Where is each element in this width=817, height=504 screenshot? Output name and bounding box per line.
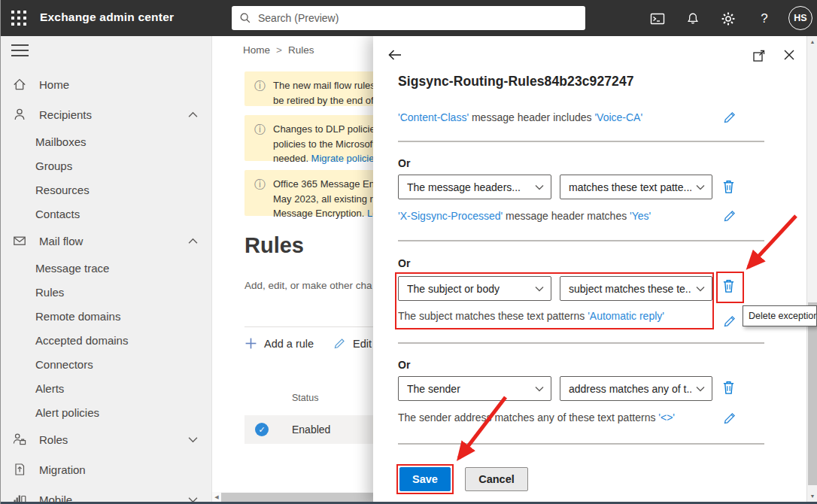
command-bar: Add a rule Edit xyxy=(244,337,372,350)
scroll-down-icon[interactable]: ▼ xyxy=(807,490,817,502)
scroll-up-icon[interactable]: ▲ xyxy=(807,36,817,47)
sidebar-item-mail-flow[interactable]: Mail flow xyxy=(1,226,211,256)
close-icon[interactable] xyxy=(783,49,795,61)
exception-operator-dropdown[interactable]: address matches any of t... xyxy=(560,376,712,401)
migrate-policies-link[interactable]: Migrate policies xyxy=(311,153,379,164)
exception-summary: The subject matches these text patterns … xyxy=(398,310,664,322)
plus-icon xyxy=(244,337,257,350)
banner-line: Changes to DLP policies i xyxy=(273,122,385,137)
chevron-down-icon xyxy=(696,386,705,392)
sidebar-item-message-trace[interactable]: Message trace xyxy=(1,256,211,280)
edit-pencil-icon[interactable] xyxy=(723,111,737,124)
sidebar-item-label: Migration xyxy=(39,463,86,476)
sidebar-item-connectors[interactable]: Connectors xyxy=(1,352,211,376)
exchange-admin-window: Exchange admin center ? HS HomeRecipient… xyxy=(0,0,817,504)
sidebar-item-label: Alert policies xyxy=(35,406,99,419)
info-icon: ⓘ xyxy=(254,122,266,154)
edit-pencil-icon xyxy=(333,337,346,350)
sidebar-item-alert-policies[interactable]: Alert policies xyxy=(1,400,211,424)
sidebar-item-mailboxes[interactable]: Mailboxes xyxy=(1,129,211,153)
exception-property-dropdown[interactable]: The subject or body xyxy=(398,276,551,301)
app-launcher-icon[interactable] xyxy=(8,8,29,29)
status-column-header: Status xyxy=(292,393,318,403)
sidebar-item-rules[interactable]: Rules xyxy=(1,280,211,304)
search-input[interactable] xyxy=(258,12,578,24)
or-label: Or xyxy=(398,359,410,371)
search-box[interactable] xyxy=(232,6,585,30)
exception-operator-dropdown[interactable]: subject matches these te... xyxy=(560,276,712,301)
breadcrumb-home-link[interactable]: Home xyxy=(243,44,270,56)
sidebar-item-alerts[interactable]: Alerts xyxy=(1,376,211,400)
sidebar-item-label: Connectors xyxy=(35,358,93,371)
sidebar-item-label: Remote domains xyxy=(35,310,120,323)
condition-summary: 'X-Sigsync-Processed' message header mat… xyxy=(398,210,651,222)
page-subtitle: Add, edit, or make other cha xyxy=(244,280,372,291)
mail-icon xyxy=(12,233,27,248)
rule-status: Enabled xyxy=(292,424,330,436)
chevron-down-icon xyxy=(696,286,705,292)
flyout-title: Sigsync-Routing-Rules84b23c927247 xyxy=(398,74,634,90)
sidebar-item-migration[interactable]: Migration xyxy=(1,454,211,484)
banner-line: be retired by the end of J xyxy=(273,93,385,108)
sidebar-item-label: Home xyxy=(39,78,69,91)
sidebar-item-resources[interactable]: Resources xyxy=(1,178,211,202)
delete-trash-icon[interactable] xyxy=(721,179,736,195)
exception-summary: The sender address matches any of these … xyxy=(398,411,675,424)
delete-exception-tooltip: Delete exception xyxy=(743,305,817,326)
info-icon: ⓘ xyxy=(254,177,266,209)
chevron-down-icon xyxy=(535,386,544,392)
banner-line: Message Encryption. Lea xyxy=(273,206,387,221)
sidebar-item-label: Rules xyxy=(35,286,64,299)
sidebar-item-label: Roles xyxy=(39,433,68,446)
scroll-left-icon[interactable]: ◀ xyxy=(212,494,221,500)
settings-gear-icon[interactable] xyxy=(720,11,737,27)
condition-summary: 'Content-Class' message header includes … xyxy=(398,111,642,123)
notifications-bell-icon[interactable] xyxy=(685,11,701,27)
save-button[interactable]: Save xyxy=(399,467,451,491)
sidebar-item-groups[interactable]: Groups xyxy=(1,153,211,178)
delete-trash-icon[interactable] xyxy=(721,380,736,396)
sidebar-item-remote-domains[interactable]: Remote domains xyxy=(1,304,211,328)
condition-operator-dropdown[interactable]: matches these text patte... xyxy=(560,175,712,199)
collapse-menu-icon[interactable] xyxy=(11,44,29,56)
exception-property-dropdown[interactable]: The sender xyxy=(398,376,551,401)
info-icon: ⓘ xyxy=(254,78,266,99)
chevron-down-icon xyxy=(535,286,544,292)
sidebar-item-label: Message trace xyxy=(35,262,109,275)
left-navigation: HomeRecipientsMailboxesGroupsResourcesCo… xyxy=(1,36,212,504)
breadcrumb-separator: > xyxy=(276,44,282,56)
edit-button[interactable]: Edit xyxy=(333,337,372,350)
enabled-check-icon: ✓ xyxy=(255,423,269,436)
cloud-shell-icon[interactable] xyxy=(649,11,666,27)
sidebar-item-label: Groups xyxy=(35,159,72,172)
sidebar-item-roles[interactable]: Roles xyxy=(1,424,211,454)
sidebar-item-contacts[interactable]: Contacts xyxy=(1,202,211,226)
edit-pencil-icon[interactable] xyxy=(723,411,737,425)
sidebar-nav: HomeRecipientsMailboxesGroupsResourcesCo… xyxy=(1,69,211,504)
banner-line: needed. Migrate policies | xyxy=(273,151,385,166)
divider xyxy=(398,240,764,241)
help-icon[interactable]: ? xyxy=(756,11,773,27)
or-label: Or xyxy=(398,257,410,269)
open-in-new-window-icon[interactable] xyxy=(752,49,766,62)
delete-exception-trash-icon[interactable] xyxy=(721,278,736,294)
sidebar-item-label: Mail flow xyxy=(39,235,83,247)
roles-icon xyxy=(12,432,27,447)
sidebar-item-home[interactable]: Home xyxy=(1,69,211,99)
breadcrumb-current[interactable]: Rules xyxy=(288,44,314,56)
sidebar-item-recipients[interactable]: Recipients xyxy=(1,99,211,129)
people-icon xyxy=(12,107,27,122)
add-a-rule-button[interactable]: Add a rule xyxy=(244,337,314,350)
condition-property-dropdown[interactable]: The message headers... xyxy=(398,175,551,199)
divider xyxy=(398,443,764,445)
edit-pencil-icon[interactable] xyxy=(723,209,737,223)
chevron-down-icon xyxy=(188,436,198,443)
cancel-button[interactable]: Cancel xyxy=(465,467,528,491)
or-label: Or xyxy=(398,157,410,169)
vertical-scrollbar[interactable]: ▲ ▼ xyxy=(806,36,817,504)
vertical-scroll-thumb[interactable] xyxy=(808,302,817,485)
back-arrow-icon[interactable] xyxy=(387,47,403,62)
sidebar-item-accepted-domains[interactable]: Accepted domains xyxy=(1,328,211,352)
edit-pencil-icon[interactable] xyxy=(723,314,737,328)
account-avatar[interactable]: HS xyxy=(788,6,812,30)
